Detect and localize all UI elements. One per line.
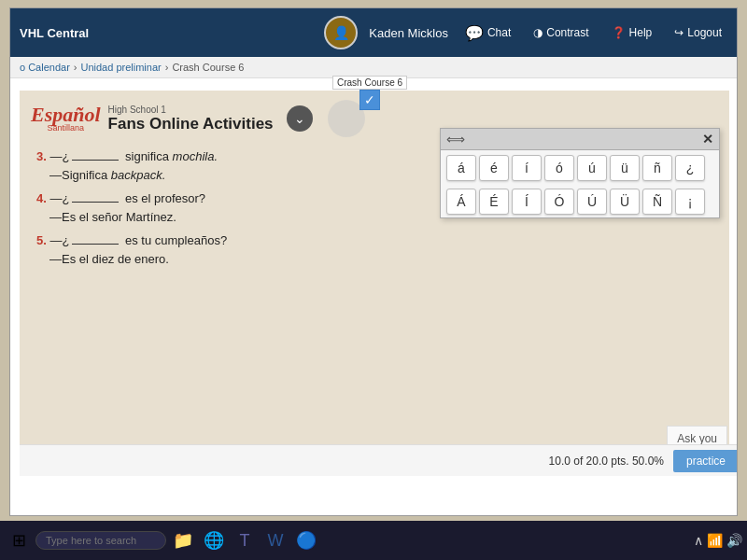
level-label: High School 1 <box>108 105 274 115</box>
system-tray: ∧ 📶 🔊 <box>694 533 742 548</box>
keyboard-close-button[interactable]: ✕ <box>702 132 713 147</box>
taskbar-teams[interactable]: T <box>231 526 259 554</box>
key-question-open[interactable]: ¿ <box>675 155 705 181</box>
points-label: 10.0 of 20.0 pts. 50.0% <box>549 455 664 468</box>
help-label: Help <box>629 26 653 39</box>
key-a-acute-lower[interactable]: á <box>446 155 476 181</box>
blank-4-1[interactable] <box>72 202 119 203</box>
item-number-4: 4. <box>36 191 47 205</box>
taskbar-word[interactable]: W <box>261 526 289 554</box>
key-u-acute-upper[interactable]: Ú <box>577 189 607 215</box>
item-number-3: 3. <box>36 149 47 163</box>
ask-text: Ask you <box>677 432 717 445</box>
key-exclaim-open[interactable]: ¡ <box>675 189 705 215</box>
move-icon[interactable]: ⟺ <box>446 132 465 147</box>
app-area: VHL Central 👤 Kaden Micklos 💬 Chat ◑ Con… <box>9 7 738 516</box>
keyboard-header: ⟺ ✕ <box>441 129 719 150</box>
logout-icon: ↪ <box>674 26 684 39</box>
key-i-acute-lower[interactable]: í <box>512 155 542 181</box>
key-a-acute-upper[interactable]: Á <box>446 189 476 215</box>
vhl-logo: VHL Central <box>20 26 89 40</box>
key-o-acute-lower[interactable]: ó <box>544 155 574 181</box>
top-nav: VHL Central 👤 Kaden Micklos 💬 Chat ◑ Con… <box>10 8 737 57</box>
key-u-umlaut-upper[interactable]: Ü <box>610 189 640 215</box>
start-button[interactable]: ⊞ <box>5 526 33 554</box>
chat-button[interactable]: 💬 Chat <box>459 21 516 46</box>
help-button[interactable]: ❓ Help <box>606 22 658 43</box>
tray-network: 📶 <box>707 533 723 548</box>
breadcrumb-unidad[interactable]: Unidad preliminar <box>81 62 162 73</box>
activity-title: Fans Online Activities <box>108 115 274 133</box>
breadcrumb-calendar[interactable]: o Calendar <box>20 62 70 73</box>
key-n-tilde-lower[interactable]: ñ <box>642 155 672 181</box>
espanol-logo-block: Español Santillana <box>31 105 101 133</box>
key-i-acute-upper[interactable]: Í <box>512 189 542 215</box>
avatar: 👤 <box>324 16 358 49</box>
help-icon: ❓ <box>612 26 626 39</box>
blank-3-1[interactable] <box>72 160 119 161</box>
key-u-umlaut-lower[interactable]: ü <box>610 155 640 181</box>
contrast-button[interactable]: ◑ Contrast <box>528 22 594 43</box>
tray-volume: 🔊 <box>726 533 742 548</box>
key-u-acute-lower[interactable]: ú <box>577 155 607 181</box>
crash-course-label: Crash Course 6 <box>332 76 407 90</box>
item-number-5: 5. <box>36 233 47 247</box>
key-n-tilde-upper[interactable]: Ñ <box>642 189 672 215</box>
key-o-acute-upper[interactable]: Ó <box>544 189 574 215</box>
taskbar-edge[interactable]: 🌐 <box>200 526 228 554</box>
user-name: Kaden Micklos <box>369 26 448 40</box>
taskbar-file-explorer[interactable]: 📁 <box>169 526 197 554</box>
logout-label: Logout <box>687 26 722 39</box>
dropdown-button[interactable]: ⌄ <box>287 105 313 132</box>
crash-course-badge: Crash Course 6 ✓ <box>332 76 407 110</box>
practice-button[interactable]: practice <box>673 450 738 472</box>
taskbar-chrome[interactable]: 🔵 <box>292 526 320 554</box>
chat-label: Chat <box>487 26 511 39</box>
screen: VHL Central 👤 Kaden Micklos 💬 Chat ◑ Con… <box>0 0 747 560</box>
key-e-acute-upper[interactable]: É <box>479 189 509 215</box>
tray-chevron: ∧ <box>694 533 703 548</box>
chat-icon: 💬 <box>465 24 484 42</box>
crash-course-check: ✓ <box>359 90 380 110</box>
contrast-icon: ◑ <box>533 26 543 39</box>
course-title-block: High School 1 Fans Online Activities <box>108 105 274 133</box>
exercise-item-5: 5. —¿ es tu cumpleaños? —Es el diez de e… <box>36 231 712 268</box>
contrast-label: Contrast <box>546 26 588 39</box>
logout-button[interactable]: ↪ Logout <box>669 22 727 43</box>
bottom-bar: 10.0 of 20.0 pts. 50.0% practice <box>20 444 738 476</box>
key-e-acute-lower[interactable]: é <box>479 155 509 181</box>
keyboard-row-2: Á É Í Ó Ú Ü Ñ ¡ <box>441 184 719 217</box>
blank-5-1[interactable] <box>72 244 119 245</box>
breadcrumb-crash: Crash Course 6 <box>172 62 244 73</box>
keyboard-row-1: á é í ó ú ü ñ ¿ <box>441 150 719 184</box>
special-keyboard: ⟺ ✕ á é í ó ú ü ñ ¿ Á É Í Ó Ú Ü Ñ ¡ <box>440 128 720 218</box>
search-input[interactable] <box>35 531 166 550</box>
taskbar: ⊞ 📁 🌐 T W 🔵 ∧ 📶 🔊 <box>0 521 747 560</box>
